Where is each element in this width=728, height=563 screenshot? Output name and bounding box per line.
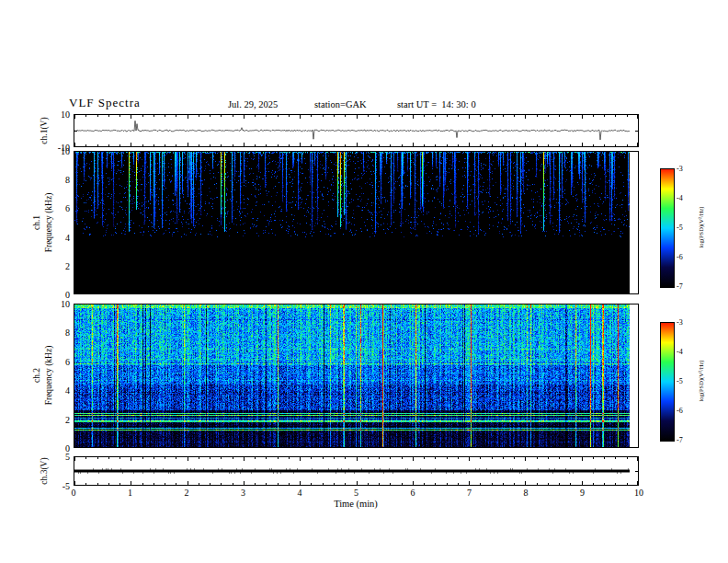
x-tick-label: 1 bbox=[128, 488, 132, 498]
colorbar-tick-label: -6 bbox=[677, 253, 683, 261]
x-tick-label: 5 bbox=[354, 488, 358, 498]
colorbar-tick-label: -3 bbox=[677, 318, 683, 327]
ch1-spectrogram-canvas bbox=[74, 152, 638, 293]
spec1-frequency-axis-label: Frequency (kHz) bbox=[44, 193, 53, 253]
ch1v-y-tick-label: 10 bbox=[61, 109, 70, 120]
colorbar-ch2 bbox=[660, 322, 675, 442]
x-tick-label: 8 bbox=[524, 488, 529, 498]
colorbar-ch2-label: log(PSD)(V²/Hz) bbox=[698, 361, 704, 402]
spec2-channel-label: ch.2 bbox=[32, 368, 41, 383]
colorbar-ch1-label: log(PSD)(V²/Hz) bbox=[698, 207, 704, 248]
colorbar-tick-label: -6 bbox=[677, 407, 683, 415]
x-tick-label: 6 bbox=[411, 488, 415, 498]
ch3v-y-tick-label: 5 bbox=[65, 452, 70, 462]
ch3v-axis-label: ch.3(V) bbox=[40, 457, 49, 484]
ch1-spectrogram-panel bbox=[74, 151, 639, 294]
spec2-y-tick-label: 10 bbox=[61, 299, 70, 309]
x-tick-label: 7 bbox=[467, 488, 472, 498]
x-tick-label: 3 bbox=[241, 488, 245, 498]
date-label: Jul. 29, 2025 bbox=[228, 99, 278, 109]
spec2-y-tick-label: 2 bbox=[65, 414, 70, 424]
time-axis-label: Time (min) bbox=[334, 499, 378, 509]
colorbar-tick-label: -4 bbox=[677, 194, 683, 202]
ch3-waveform-canvas bbox=[74, 457, 638, 485]
page-title: VLF Spectra bbox=[69, 96, 141, 110]
ch1-waveform-panel bbox=[74, 114, 639, 147]
ch3-waveform-panel bbox=[74, 456, 639, 486]
spec2-y-tick-label: 4 bbox=[65, 385, 70, 396]
spec1-y-tick-label: 10 bbox=[61, 146, 70, 156]
x-tick-label: 10 bbox=[634, 488, 643, 498]
ch1-waveform-canvas bbox=[74, 115, 638, 146]
spec1-y-tick-label: 4 bbox=[65, 232, 70, 242]
ch3v-y-tick-label: -5 bbox=[63, 481, 70, 491]
vlf-spectra-figure: VLF Spectra Jul. 29, 2025 station=GAK st… bbox=[0, 0, 728, 563]
ch2-spectrogram-panel bbox=[74, 304, 639, 448]
spec1-y-tick-label: 8 bbox=[65, 175, 70, 185]
spec2-y-tick-label: 8 bbox=[65, 327, 70, 338]
station-label: station=GAK bbox=[314, 99, 367, 109]
spec2-y-tick-label: 6 bbox=[65, 356, 70, 366]
colorbar-ch1 bbox=[660, 168, 675, 288]
colorbar-tick-label: -3 bbox=[677, 165, 683, 173]
x-tick-label: 2 bbox=[185, 488, 189, 498]
spec2-frequency-axis-label: Frequency (kHz) bbox=[44, 346, 53, 406]
ch1v-axis-label: ch.1(V) bbox=[40, 117, 49, 144]
colorbar-tick-label: -4 bbox=[677, 348, 683, 356]
spec1-y-tick-label: 2 bbox=[65, 260, 70, 270]
colorbar-tick-label: -7 bbox=[677, 282, 683, 291]
x-tick-label: 4 bbox=[298, 488, 302, 498]
colorbar-tick-label: -5 bbox=[677, 377, 683, 385]
ch2-spectrogram-canvas bbox=[74, 304, 638, 447]
spec1-y-tick-label: 6 bbox=[65, 203, 70, 213]
spec1-channel-label: ch.1 bbox=[32, 215, 41, 230]
x-tick-label: 0 bbox=[72, 488, 76, 498]
start-ut-label: start UT = 14: 30: 0 bbox=[397, 99, 476, 109]
colorbar-tick-label: -7 bbox=[677, 436, 683, 444]
colorbar-tick-label: -5 bbox=[677, 224, 683, 232]
x-tick-label: 9 bbox=[580, 488, 585, 498]
